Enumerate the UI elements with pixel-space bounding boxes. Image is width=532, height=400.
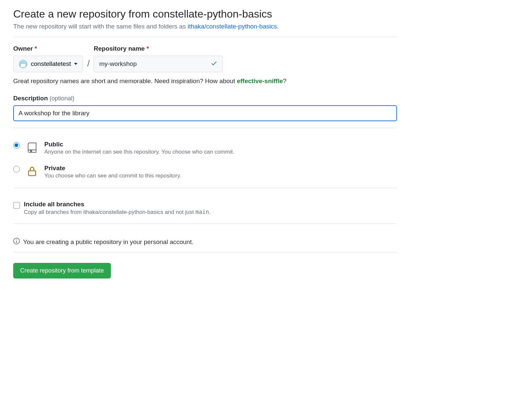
create-repo-button[interactable]: Create repository from template [13, 263, 111, 278]
description-input[interactable] [13, 105, 397, 121]
include-branches-checkbox[interactable] [13, 202, 20, 209]
private-radio[interactable] [13, 166, 20, 173]
owner-value: constellatetest [31, 60, 71, 68]
divider [13, 224, 397, 224]
public-title: Public [44, 141, 397, 148]
page-title: Create a new repository from constellate… [13, 8, 397, 20]
repo-name-input[interactable] [94, 56, 223, 72]
private-title: Private [44, 165, 397, 172]
slash-separator: / [87, 58, 90, 72]
name-suggestion-link[interactable]: effective-sniffle [237, 77, 283, 84]
owner-group: Owner * constellatetest [13, 45, 83, 72]
owner-dropdown[interactable]: constellatetest [13, 56, 83, 72]
public-desc: Anyone on the internet can see this repo… [44, 149, 397, 155]
owner-repo-row: Owner * constellatetest / Repository nam… [13, 45, 397, 72]
name-hint: Great repository names are short and mem… [13, 77, 397, 85]
avatar-icon [19, 60, 27, 68]
lock-icon [26, 165, 38, 177]
repo-name-label: Repository name * [94, 45, 223, 52]
visibility-private-option: Private You choose who can see and commi… [13, 160, 397, 184]
visibility-public-option: Public Anyone on the internet can see th… [13, 136, 397, 160]
divider [13, 37, 397, 37]
include-branches-row: Include all branches Copy all branches f… [13, 196, 397, 218]
private-desc: You choose who can see and commit to thi… [44, 173, 397, 179]
include-branches-title: Include all branches [24, 201, 397, 208]
description-label: Description (optional) [13, 95, 397, 102]
create-repo-form: Create a new repository from constellate… [13, 8, 397, 278]
info-icon [13, 238, 20, 246]
page-subtitle: The new repository will start with the s… [13, 23, 397, 30]
repo-icon [26, 141, 38, 153]
public-radio[interactable] [13, 142, 20, 149]
owner-label: Owner * [13, 45, 83, 52]
required-asterisk: * [147, 45, 149, 52]
divider [13, 188, 397, 188]
divider [13, 252, 397, 252]
include-branches-desc: Copy all branches from ithaka/constellat… [24, 209, 397, 216]
template-repo-link[interactable]: ithaka/constellate-python-basics [188, 23, 277, 30]
svg-rect-0 [28, 171, 35, 176]
info-text: You are creating a public repository in … [23, 238, 194, 246]
check-icon [211, 60, 217, 68]
info-row: You are creating a public repository in … [13, 232, 397, 252]
chevron-down-icon [74, 63, 77, 65]
repo-name-group: Repository name * [94, 45, 223, 72]
divider [13, 128, 397, 128]
required-asterisk: * [34, 45, 37, 52]
